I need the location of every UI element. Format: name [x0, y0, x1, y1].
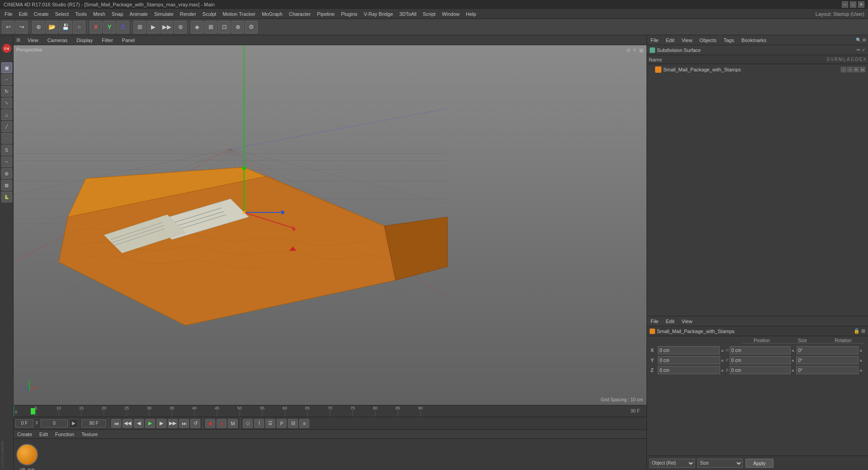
attr-z-pos-up[interactable]: ▲ [720, 368, 725, 372]
obj-objects-menu[interactable]: Objects [698, 37, 718, 44]
render-to-pic-btn[interactable]: ▶▶ [160, 21, 173, 33]
attr-expand-btn[interactable]: ⊞ [861, 328, 865, 334]
menu-snap[interactable]: Snap [109, 10, 126, 18]
sculpt-tool-btn[interactable]: ⊠ [1, 180, 12, 191]
attr-view-menu[interactable]: View [680, 318, 694, 325]
3d-viewport[interactable]: Perspective Grid Spacing : 10 cm ⊕ ✕ ▣ x… [14, 45, 646, 405]
frame-stepper[interactable] [69, 419, 78, 428]
close-btn[interactable]: ✕ [858, 1, 864, 8]
attr-z-size-up[interactable]: ▲ [791, 368, 796, 372]
frame-num-input[interactable] [41, 419, 68, 428]
prev-frame-btn[interactable]: ◀ [134, 419, 144, 428]
attr-y-rot-input[interactable] [796, 356, 859, 364]
open-btn[interactable]: 📂 [46, 21, 58, 33]
attr-edit-menu[interactable]: Edit [664, 318, 676, 325]
record-btn[interactable]: ⏺ [205, 419, 215, 428]
yaxis-btn[interactable]: Y [103, 21, 116, 33]
minimize-btn[interactable]: ─ [842, 1, 848, 8]
menu-plugins[interactable]: Plugins [338, 10, 360, 18]
obj-view-menu[interactable]: View [680, 37, 694, 44]
menu-pipeline[interactable]: Pipeline [314, 10, 337, 18]
obj-lock-icon[interactable]: ✓ [847, 67, 853, 72]
menu-sculpt[interactable]: Sculpt [200, 10, 219, 18]
edge-tool-btn[interactable]: ╱ [1, 121, 12, 132]
menu-btn[interactable]: ≡ [299, 419, 309, 428]
attr-x-pos-input[interactable] [658, 346, 720, 354]
point-tool-btn[interactable]: · [1, 133, 12, 144]
obj-bookmarks-menu[interactable]: Bookmarks [740, 37, 768, 44]
menu-file[interactable]: File [2, 10, 15, 18]
menu-animate[interactable]: Animate [127, 10, 151, 18]
obj-file-menu[interactable]: File [649, 37, 660, 44]
menu-window[interactable]: Window [439, 10, 462, 18]
dope-sheet-btn[interactable]: ⊟ [288, 419, 298, 428]
menu-render[interactable]: Render [177, 10, 199, 18]
menu-3dtoall[interactable]: 3DToAll [396, 10, 419, 18]
scale-tool-btn[interactable]: ⤡ [1, 98, 12, 108]
mat-create-menu[interactable]: Create [15, 431, 34, 438]
move-tool-left-btn[interactable]: ↔ [1, 74, 12, 85]
loop-btn[interactable]: ↺ [190, 419, 200, 428]
attr-z-size-input[interactable] [730, 366, 791, 374]
fcurve-btn[interactable]: P [277, 419, 287, 428]
display-toggle-btn[interactable]: ⊡ [218, 21, 231, 33]
attr-x-size-input[interactable] [730, 346, 791, 354]
end-frame-input[interactable] [81, 419, 106, 428]
current-frame-input[interactable] [15, 419, 33, 428]
render-btn[interactable]: ▶ [147, 21, 160, 33]
filter-menu[interactable]: Filter [100, 37, 114, 44]
menu-tools[interactable]: Tools [72, 10, 90, 18]
obj-motion-icon[interactable]: M [860, 67, 865, 72]
menu-simulate[interactable]: Simulate [151, 10, 176, 18]
python-tool-btn[interactable]: 🐍 [1, 192, 12, 202]
redo-btn[interactable]: ↪ [15, 21, 28, 33]
menu-create[interactable]: Create [31, 10, 52, 18]
menu-script[interactable]: Script [420, 10, 438, 18]
viewport-icon-1[interactable]: ⊕ [626, 47, 631, 53]
attr-y-rot-up[interactable]: ▲ [859, 358, 863, 362]
mat-function-menu[interactable]: Function [53, 431, 76, 438]
apply-button[interactable]: Apply [745, 459, 774, 468]
menu-mesh[interactable]: Mesh [90, 10, 108, 18]
menu-vraybridge[interactable]: V-Ray Bridge [361, 10, 396, 18]
poly-tool-btn[interactable]: △ [1, 109, 12, 120]
new-object-btn[interactable]: ⊕ [32, 21, 45, 33]
attr-z-rot-up[interactable]: ▲ [859, 368, 863, 372]
menu-mograph[interactable]: MoGraph [259, 10, 285, 18]
panel-menu[interactable]: Panel [120, 37, 137, 44]
viewport-icon[interactable]: ⊞ [16, 37, 20, 43]
render-region-btn[interactable]: ○ [73, 21, 85, 33]
go-to-end-btn[interactable]: ⏭ [179, 419, 189, 428]
render-active-btn[interactable]: ⊛ [174, 21, 187, 33]
settings-btn[interactable]: ⚙ [245, 21, 258, 33]
save-btn[interactable]: 💾 [59, 21, 72, 33]
scene-settings-btn[interactable]: ⊠ [204, 21, 217, 33]
xaxis-btn[interactable]: X [90, 21, 102, 33]
attr-z-pos-input[interactable] [658, 366, 720, 374]
keyframe-btn[interactable]: ◇ [243, 419, 253, 428]
menu-edit[interactable]: Edit [16, 10, 30, 18]
auto-key-btn[interactable]: A [217, 419, 226, 428]
mat-texture-menu[interactable]: Texture [80, 431, 99, 438]
attr-file-menu[interactable]: File [649, 318, 660, 325]
material-btn[interactable]: ⊕ [231, 21, 244, 33]
timeline-btn[interactable]: ☰ [265, 419, 275, 428]
attr-x-pos-up[interactable]: ▲ [720, 348, 725, 352]
display-menu[interactable]: Display [75, 37, 94, 44]
object-item-0[interactable]: Small_Mail_Package_with_Stamps ○ ✓ R M [648, 65, 867, 74]
next-key-btn[interactable]: ▶▶ [168, 419, 178, 428]
viewport-icon-2[interactable]: ✕ [632, 47, 637, 53]
viewport-icon-3[interactable]: ▣ [639, 47, 644, 53]
attr-x-rot-input[interactable] [797, 346, 859, 354]
obj-edit-menu[interactable]: Edit [664, 37, 676, 44]
menu-character[interactable]: Character [286, 10, 313, 18]
obj-tags-menu[interactable]: Tags [722, 37, 736, 44]
material-item-vrmat[interactable]: VR_mat [16, 444, 38, 465]
timeline-ruler[interactable]: 0 5 10 15 20 25 30 35 40 [14, 405, 624, 417]
attr-y-size-input[interactable] [730, 356, 791, 364]
rotate-tool-btn[interactable]: ↻ [1, 86, 12, 97]
paint-tool-btn[interactable]: ⊛ [1, 168, 12, 179]
go-to-start-btn[interactable]: ⏮ [111, 419, 121, 428]
spline-tool-btn[interactable]: S [1, 145, 12, 155]
attr-x-size-up[interactable]: ▲ [791, 348, 796, 352]
